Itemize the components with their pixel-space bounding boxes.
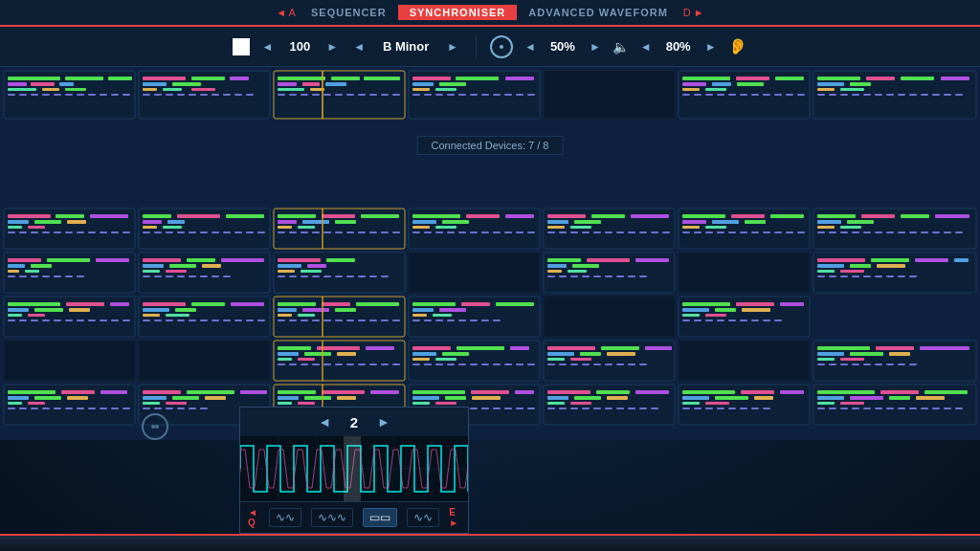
svg-rect-122 bbox=[955, 94, 963, 96]
svg-rect-13 bbox=[42, 94, 50, 96]
key-prev-button[interactable]: ◄ bbox=[349, 38, 368, 55]
svg-rect-453 bbox=[337, 352, 356, 356]
svg-rect-308 bbox=[223, 320, 231, 321]
svg-rect-331 bbox=[392, 320, 400, 321]
svg-rect-353 bbox=[409, 297, 540, 337]
svg-rect-481 bbox=[470, 364, 478, 365]
output-value: 80% bbox=[659, 39, 698, 54]
svg-rect-565 bbox=[337, 396, 356, 400]
nav-advanced-waveform[interactable]: ADVANCED WAVEFORM bbox=[517, 5, 679, 20]
waveform-next-button[interactable]: ► bbox=[373, 412, 394, 431]
svg-rect-295 bbox=[191, 302, 225, 306]
nav-sequencer[interactable]: SEQUENCER bbox=[300, 5, 398, 20]
svg-rect-42 bbox=[331, 77, 360, 80]
svg-rect-170 bbox=[312, 231, 320, 233]
stop-button[interactable] bbox=[233, 38, 250, 55]
key-next-button[interactable]: ► bbox=[443, 38, 462, 55]
svg-rect-626 bbox=[705, 402, 729, 405]
svg-rect-503 bbox=[628, 364, 635, 365]
svg-rect-120 bbox=[932, 94, 940, 96]
svg-rect-408 bbox=[731, 214, 765, 218]
svg-rect-480 bbox=[458, 364, 466, 365]
svg-rect-270 bbox=[886, 276, 894, 277]
svg-rect-502 bbox=[616, 364, 624, 365]
svg-rect-355 bbox=[461, 302, 490, 306]
svg-rect-354 bbox=[412, 302, 456, 306]
svg-rect-455 bbox=[298, 358, 315, 361]
svg-rect-338 bbox=[442, 220, 469, 224]
svg-rect-518 bbox=[852, 364, 859, 365]
waveform-prev-button[interactable]: ◄ bbox=[314, 412, 335, 431]
svg-rect-466 bbox=[392, 364, 400, 365]
svg-rect-272 bbox=[909, 276, 917, 277]
svg-rect-181 bbox=[326, 258, 355, 262]
svg-rect-599 bbox=[544, 385, 675, 425]
svg-rect-500 bbox=[593, 364, 601, 365]
svg-rect-471 bbox=[510, 346, 529, 350]
svg-rect-286 bbox=[54, 320, 61, 321]
svg-rect-375 bbox=[547, 226, 565, 229]
svg-rect-129 bbox=[67, 220, 86, 224]
svg-rect-119 bbox=[921, 94, 928, 96]
output-next-button[interactable]: ► bbox=[702, 38, 721, 55]
svg-rect-15 bbox=[65, 94, 73, 96]
wave-type-1-button[interactable]: ∿∿ bbox=[269, 508, 301, 527]
svg-rect-495 bbox=[570, 358, 591, 361]
svg-rect-189 bbox=[312, 276, 320, 277]
svg-rect-76 bbox=[493, 94, 501, 96]
svg-rect-142 bbox=[122, 231, 130, 233]
tempo-prev-button[interactable]: ◄ bbox=[257, 38, 277, 55]
svg-rect-452 bbox=[304, 352, 331, 356]
svg-rect-85 bbox=[682, 82, 706, 86]
waveform-bottom-toolbar: ◄ Q ∿∿ ∿∿∿ ▭▭ ∿∿ E ► bbox=[240, 501, 468, 533]
svg-rect-496 bbox=[547, 364, 555, 365]
svg-rect-292 bbox=[122, 320, 130, 321]
svg-rect-387 bbox=[662, 231, 670, 233]
wave-type-3-button[interactable]: ▭▭ bbox=[363, 508, 397, 527]
svg-rect-143 bbox=[4, 253, 135, 293]
svg-rect-385 bbox=[639, 231, 647, 233]
svg-rect-99 bbox=[786, 94, 793, 96]
main-area: Connected Devices: 7 / 8 bbox=[0, 67, 980, 440]
svg-rect-314 bbox=[322, 302, 350, 306]
svg-rect-9 bbox=[65, 88, 86, 91]
svg-rect-548 bbox=[143, 396, 167, 400]
tempo-next-button[interactable]: ► bbox=[323, 38, 342, 55]
svg-rect-598 bbox=[527, 408, 535, 409]
svg-rect-381 bbox=[593, 231, 601, 233]
svg-rect-416 bbox=[694, 231, 702, 233]
svg-rect-528 bbox=[8, 396, 29, 400]
svg-rect-655 bbox=[932, 408, 940, 409]
svg-rect-41 bbox=[278, 77, 325, 80]
svg-rect-78 bbox=[516, 94, 523, 96]
svg-rect-65 bbox=[412, 82, 434, 86]
volume-next-button[interactable]: ► bbox=[586, 38, 605, 55]
svg-rect-45 bbox=[302, 82, 320, 86]
output-prev-button[interactable]: ◄ bbox=[636, 38, 656, 55]
svg-rect-400 bbox=[593, 276, 601, 277]
bracket-left[interactable]: ◄ Q bbox=[248, 507, 259, 528]
svg-rect-105 bbox=[941, 77, 969, 80]
target-icon[interactable] bbox=[490, 35, 513, 58]
svg-rect-448 bbox=[278, 346, 311, 350]
svg-rect-323 bbox=[301, 320, 308, 321]
svg-rect-298 bbox=[175, 308, 196, 312]
svg-rect-595 bbox=[493, 408, 501, 409]
svg-rect-267 bbox=[852, 276, 859, 277]
bracket-right[interactable]: E ► bbox=[449, 507, 460, 528]
nav-right-bracket[interactable]: D ► bbox=[679, 7, 708, 18]
volume-prev-button[interactable]: ◄ bbox=[521, 38, 540, 55]
svg-rect-109 bbox=[840, 88, 864, 91]
wave-type-2-button[interactable]: ∿∿∿ bbox=[311, 508, 353, 527]
svg-rect-478 bbox=[435, 364, 443, 365]
wave-type-4-button[interactable]: ∿∿ bbox=[407, 508, 439, 527]
svg-rect-413 bbox=[682, 226, 700, 229]
svg-rect-108 bbox=[817, 88, 835, 91]
svg-rect-164 bbox=[335, 220, 356, 224]
nav-left-bracket[interactable]: ◄ A bbox=[272, 7, 300, 18]
svg-rect-426 bbox=[679, 253, 810, 293]
nav-synchroniser[interactable]: SYNCHRONISER bbox=[398, 5, 518, 20]
svg-rect-604 bbox=[574, 396, 601, 400]
svg-rect-446 bbox=[139, 341, 270, 381]
svg-rect-388 bbox=[544, 253, 675, 293]
